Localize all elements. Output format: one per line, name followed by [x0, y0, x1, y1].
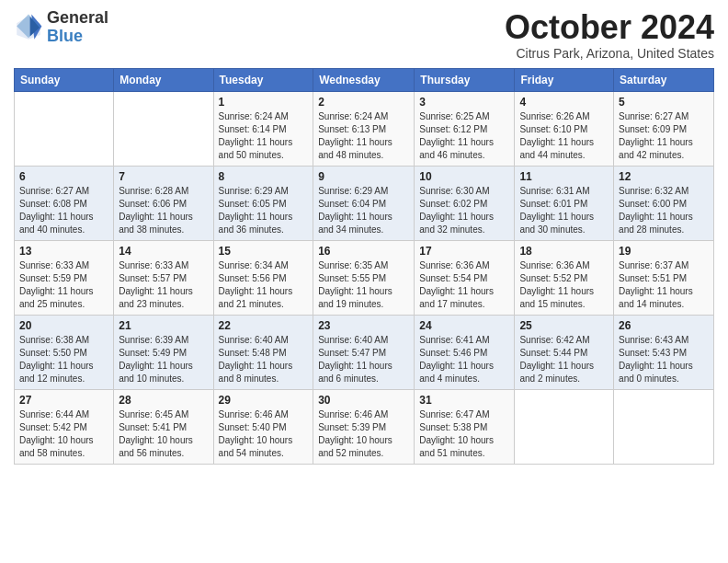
day-info: Sunrise: 6:35 AM Sunset: 5:55 PM Dayligh…: [318, 259, 409, 311]
header-sunday: Sunday: [15, 68, 114, 91]
day-number: 28: [119, 394, 208, 407]
day-info: Sunrise: 6:32 AM Sunset: 6:00 PM Dayligh…: [619, 185, 709, 236]
day-cell: [614, 389, 714, 464]
day-cell: 25Sunrise: 6:42 AM Sunset: 5:44 PM Dayli…: [515, 315, 614, 389]
day-number: 12: [619, 170, 709, 183]
header: General Blue October 2024 Citrus Park, A…: [14, 9, 714, 61]
day-number: 30: [318, 394, 409, 407]
day-cell: 6Sunrise: 6:27 AM Sunset: 6:08 PM Daylig…: [15, 166, 114, 240]
day-cell: 3Sunrise: 6:25 AM Sunset: 6:12 PM Daylig…: [415, 91, 515, 166]
day-cell: 18Sunrise: 6:36 AM Sunset: 5:52 PM Dayli…: [515, 240, 614, 315]
day-cell: 30Sunrise: 6:46 AM Sunset: 5:39 PM Dayli…: [313, 389, 415, 464]
day-number: 22: [219, 319, 309, 332]
logo-blue: Blue: [47, 28, 108, 46]
day-cell: 15Sunrise: 6:34 AM Sunset: 5:56 PM Dayli…: [213, 240, 313, 315]
day-info: Sunrise: 6:46 AM Sunset: 5:39 PM Dayligh…: [318, 408, 409, 460]
day-number: 20: [19, 319, 108, 332]
day-cell: 21Sunrise: 6:39 AM Sunset: 5:49 PM Dayli…: [114, 315, 213, 389]
day-cell: 22Sunrise: 6:40 AM Sunset: 5:48 PM Dayli…: [213, 315, 313, 389]
day-info: Sunrise: 6:42 AM Sunset: 5:44 PM Dayligh…: [519, 334, 609, 385]
day-info: Sunrise: 6:31 AM Sunset: 6:01 PM Dayligh…: [519, 185, 609, 236]
day-info: Sunrise: 6:34 AM Sunset: 5:56 PM Dayligh…: [219, 259, 309, 311]
header-monday: Monday: [114, 68, 213, 91]
header-thursday: Thursday: [415, 68, 515, 91]
day-number: 17: [419, 245, 509, 258]
day-cell: 24Sunrise: 6:41 AM Sunset: 5:46 PM Dayli…: [415, 315, 515, 389]
week-row-4: 27Sunrise: 6:44 AM Sunset: 5:42 PM Dayli…: [15, 389, 714, 464]
day-cell: 27Sunrise: 6:44 AM Sunset: 5:42 PM Dayli…: [15, 389, 114, 464]
day-cell: 20Sunrise: 6:38 AM Sunset: 5:50 PM Dayli…: [15, 315, 114, 389]
day-number: 18: [519, 245, 609, 258]
day-number: 6: [19, 170, 108, 183]
day-info: Sunrise: 6:45 AM Sunset: 5:41 PM Dayligh…: [119, 408, 208, 460]
day-info: Sunrise: 6:36 AM Sunset: 5:52 PM Dayligh…: [519, 259, 609, 311]
day-number: 10: [419, 170, 509, 183]
day-cell: [515, 389, 614, 464]
location: Citrus Park, Arizona, United States: [505, 46, 714, 61]
day-number: 2: [318, 96, 409, 109]
week-row-1: 6Sunrise: 6:27 AM Sunset: 6:08 PM Daylig…: [15, 166, 714, 240]
day-info: Sunrise: 6:28 AM Sunset: 6:06 PM Dayligh…: [119, 185, 208, 236]
day-info: Sunrise: 6:26 AM Sunset: 6:10 PM Dayligh…: [519, 110, 609, 162]
day-cell: 7Sunrise: 6:28 AM Sunset: 6:06 PM Daylig…: [114, 166, 213, 240]
header-row: SundayMondayTuesdayWednesdayThursdayFrid…: [15, 68, 714, 91]
day-info: Sunrise: 6:43 AM Sunset: 5:43 PM Dayligh…: [619, 334, 709, 385]
day-info: Sunrise: 6:24 AM Sunset: 6:13 PM Dayligh…: [318, 110, 409, 162]
day-number: 7: [119, 170, 208, 183]
day-number: 4: [519, 96, 609, 109]
day-number: 8: [219, 170, 309, 183]
day-number: 21: [119, 319, 208, 332]
day-info: Sunrise: 6:27 AM Sunset: 6:09 PM Dayligh…: [619, 110, 709, 162]
day-info: Sunrise: 6:33 AM Sunset: 5:59 PM Dayligh…: [19, 259, 108, 311]
day-cell: 12Sunrise: 6:32 AM Sunset: 6:00 PM Dayli…: [614, 166, 714, 240]
day-info: Sunrise: 6:29 AM Sunset: 6:05 PM Dayligh…: [219, 185, 309, 236]
day-cell: 11Sunrise: 6:31 AM Sunset: 6:01 PM Dayli…: [515, 166, 614, 240]
day-number: 16: [318, 245, 409, 258]
header-friday: Friday: [515, 68, 614, 91]
day-info: Sunrise: 6:40 AM Sunset: 5:47 PM Dayligh…: [318, 334, 409, 385]
day-info: Sunrise: 6:25 AM Sunset: 6:12 PM Dayligh…: [419, 110, 509, 162]
day-info: Sunrise: 6:46 AM Sunset: 5:40 PM Dayligh…: [219, 408, 309, 460]
header-wednesday: Wednesday: [313, 68, 415, 91]
day-info: Sunrise: 6:44 AM Sunset: 5:42 PM Dayligh…: [19, 408, 108, 460]
day-cell: 19Sunrise: 6:37 AM Sunset: 5:51 PM Dayli…: [614, 240, 714, 315]
logo-icon: [14, 13, 43, 42]
calendar-header: SundayMondayTuesdayWednesdayThursdayFrid…: [15, 68, 714, 91]
day-info: Sunrise: 6:24 AM Sunset: 6:14 PM Dayligh…: [219, 110, 309, 162]
day-info: Sunrise: 6:38 AM Sunset: 5:50 PM Dayligh…: [19, 334, 108, 385]
day-number: 15: [219, 245, 309, 258]
day-cell: 14Sunrise: 6:33 AM Sunset: 5:57 PM Dayli…: [114, 240, 213, 315]
day-cell: 1Sunrise: 6:24 AM Sunset: 6:14 PM Daylig…: [213, 91, 313, 166]
day-cell: 4Sunrise: 6:26 AM Sunset: 6:10 PM Daylig…: [515, 91, 614, 166]
day-number: 13: [19, 245, 108, 258]
day-number: 11: [519, 170, 609, 183]
day-info: Sunrise: 6:40 AM Sunset: 5:48 PM Dayligh…: [219, 334, 309, 385]
day-cell: 13Sunrise: 6:33 AM Sunset: 5:59 PM Dayli…: [15, 240, 114, 315]
day-number: 24: [419, 319, 509, 332]
calendar: SundayMondayTuesdayWednesdayThursdayFrid…: [14, 68, 714, 465]
day-number: 14: [119, 245, 208, 258]
header-tuesday: Tuesday: [213, 68, 313, 91]
day-number: 31: [419, 394, 509, 407]
day-cell: [15, 91, 114, 166]
day-number: 25: [519, 319, 609, 332]
day-info: Sunrise: 6:30 AM Sunset: 6:02 PM Dayligh…: [419, 185, 509, 236]
day-info: Sunrise: 6:39 AM Sunset: 5:49 PM Dayligh…: [119, 334, 208, 385]
day-number: 26: [619, 319, 709, 332]
calendar-body: 1Sunrise: 6:24 AM Sunset: 6:14 PM Daylig…: [15, 91, 714, 464]
day-cell: 26Sunrise: 6:43 AM Sunset: 5:43 PM Dayli…: [614, 315, 714, 389]
logo-general: General: [47, 9, 108, 28]
day-cell: 28Sunrise: 6:45 AM Sunset: 5:41 PM Dayli…: [114, 389, 213, 464]
day-cell: 8Sunrise: 6:29 AM Sunset: 6:05 PM Daylig…: [213, 166, 313, 240]
day-cell: 23Sunrise: 6:40 AM Sunset: 5:47 PM Dayli…: [313, 315, 415, 389]
day-cell: 9Sunrise: 6:29 AM Sunset: 6:04 PM Daylig…: [313, 166, 415, 240]
day-number: 23: [318, 319, 409, 332]
week-row-3: 20Sunrise: 6:38 AM Sunset: 5:50 PM Dayli…: [15, 315, 714, 389]
day-cell: 10Sunrise: 6:30 AM Sunset: 6:02 PM Dayli…: [415, 166, 515, 240]
day-number: 3: [419, 96, 509, 109]
day-cell: 2Sunrise: 6:24 AM Sunset: 6:13 PM Daylig…: [313, 91, 415, 166]
logo: General Blue: [14, 9, 108, 46]
day-cell: [114, 91, 213, 166]
page: General Blue October 2024 Citrus Park, A…: [0, 0, 728, 563]
week-row-2: 13Sunrise: 6:33 AM Sunset: 5:59 PM Dayli…: [15, 240, 714, 315]
